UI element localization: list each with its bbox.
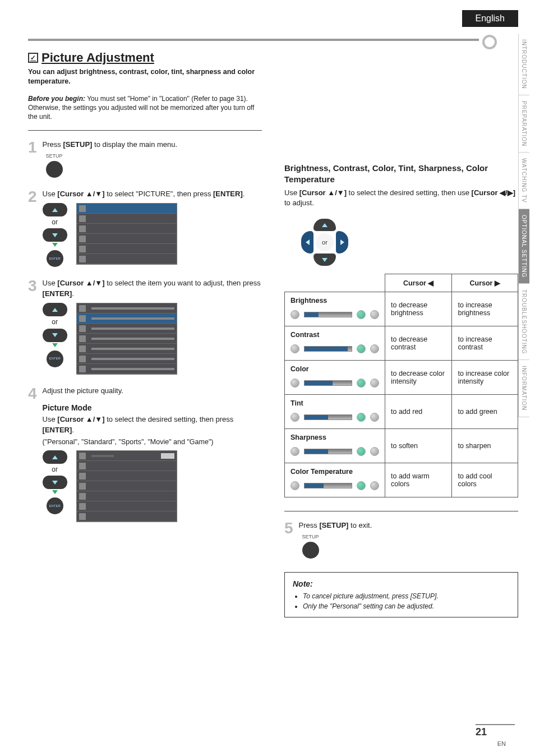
slider-mock [290,445,379,458]
header-rule [28,39,479,41]
step-4: 4 Adjust the picture quality. Picture Mo… [28,386,262,522]
param-name: Contrast [285,326,385,361]
chevron-down-icon [52,490,58,494]
effect-left: to soften [385,429,452,463]
step1-kw: [SETUP] [63,140,92,149]
slider-track [304,346,352,352]
rc-kw2: [Cursor ◀/▶] [472,188,516,197]
effect-right: to add cool colors [452,463,518,497]
setup-button-icon [302,542,319,559]
side-tab-optional-setting: OPTIONAL SETTING [518,209,529,284]
dpad-up-down: or ENTER [43,450,67,514]
cursor-down-icon [43,329,67,342]
cursor-down-icon [313,253,336,266]
slider-track [304,449,352,454]
col-cursor-right: Cursor ▶ [452,274,518,292]
side-tab-information: INFORMATION [518,360,529,417]
step-3: 3 Use [Cursor ▲/▼] to select the item yo… [28,278,262,375]
osd-menu-mock [76,450,177,522]
slider-track [304,414,352,420]
slider-handle-icon [357,310,366,319]
enter-button-icon: ENTER [47,250,63,267]
pm-post: . [72,426,74,434]
note-box: Note: To cancel picture adjustment, pres… [284,572,518,617]
right-col-heading: Brightness, Contrast, Color, Tint, Sharp… [284,163,518,186]
section-title: ✓ Picture Adjustment [28,50,262,65]
divider [28,130,262,131]
effect-right: to sharpen [452,429,518,463]
enter-button-icon: ENTER [47,351,63,367]
setup-label: SETUP [302,533,319,541]
cursor-up-icon [43,450,67,464]
side-tab-troubleshooting: TROUBLESHOOTING [518,284,529,361]
table-row: Color Temperatureto add warm colorsto ad… [285,463,518,497]
step-number: 3 [28,278,37,375]
effect-left: to decrease color intensity [385,361,452,395]
or-text: or [52,317,58,327]
table-row: Contrastto decrease contrastto increase … [285,326,518,361]
dpad-up-down: or ENTER [43,203,67,267]
side-tabs: INTRODUCTION PREPARATION WATCHING TV OPT… [518,34,535,417]
slider-mock [290,342,379,356]
before-you-begin: Before you begin: You must set "Home" in… [28,94,262,122]
slider-track [304,483,352,488]
slider-mock [290,479,379,492]
slider-track [304,380,352,386]
step5-post: to exit. [348,521,372,529]
empty-header [285,274,385,292]
rc-mid: to select the desired setting, then use [347,188,472,197]
note-item: Only the "Personal" setting can be adjus… [303,601,510,611]
step-2: 2 Use [Cursor ▲/▼] to select "PICTURE", … [28,189,262,267]
step3-post: . [72,289,74,298]
cursor-down-icon [43,228,67,242]
slider-end-icon [370,481,379,490]
divider [284,511,518,511]
slider-end-icon [370,379,379,388]
param-name: Color Temperature [285,463,385,497]
side-tab-introduction: INTRODUCTION [518,34,529,95]
effect-left: to decrease contrast [385,326,452,361]
step-number: 4 [28,386,37,522]
or-text: or [52,218,58,227]
osd-menu-mock [76,203,177,265]
step2-kw: [Cursor ▲/▼] [57,190,104,198]
setup-label: SETUP [46,153,63,160]
pm-kw: [Cursor ▲/▼] [57,415,104,423]
side-tab-preparation: PREPARATION [518,95,529,153]
adjustment-table: Cursor ◀ Cursor ▶ Brightnessto decrease … [284,274,518,497]
slider-handle-icon [357,379,366,388]
step3-kw2: [ENTER] [43,289,72,298]
step2-kw2: [ENTER] [213,190,243,198]
side-tab-watching-tv: WATCHING TV [518,153,529,209]
enter-button-icon: ENTER [47,497,63,514]
pm-kw2: [ENTER] [43,426,72,434]
slider-end-icon [370,413,379,422]
step3-mid: to select the item you want to adjust, t… [105,279,261,287]
dpad-full: or [301,219,348,266]
step3-pre: Use [43,279,58,287]
cursor-up-icon [43,203,67,216]
note-title: Note: [293,578,510,590]
effect-right: to increase color intensity [452,361,518,395]
note-item: To cancel picture adjustment, press [SET… [303,591,510,601]
or-text: or [52,465,58,474]
effect-left: to add red [385,395,452,429]
step5-pre: Press [299,521,320,529]
cursor-right-icon [336,231,348,253]
step-number: 5 [284,520,293,559]
param-name: Sharpness [285,429,385,463]
language-tab: English [462,10,518,27]
slider-track [304,312,352,317]
title-text: Picture Adjustment [41,50,154,65]
rc-kw1: [Cursor ▲/▼] [299,188,347,197]
col-cursor-left: Cursor ◀ [385,274,452,292]
before-label: Before you begin: [28,95,85,103]
page-number: 21 [476,724,515,738]
slider-end-icon [290,344,299,353]
slider-handle-icon [357,447,366,456]
setup-button-icon [46,161,63,178]
effect-left: to add warm colors [385,463,452,497]
table-row: Brightnessto decrease brightnessto incre… [285,292,518,326]
slider-mock [290,411,379,424]
effect-left: to decrease brightness [385,292,452,326]
